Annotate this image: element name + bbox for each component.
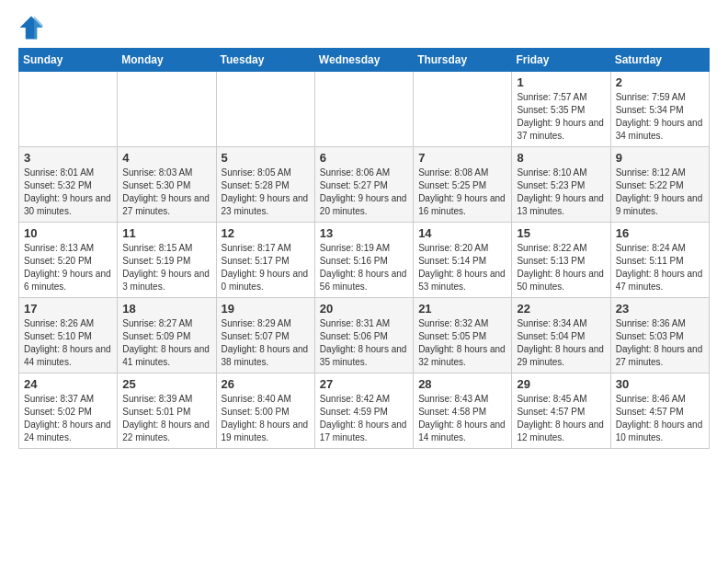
day-number: 30 xyxy=(616,377,704,391)
day-number: 5 xyxy=(222,151,310,165)
day-info: Sunrise: 8:24 AM Sunset: 5:11 PM Dayligh… xyxy=(616,242,704,293)
day-number: 26 xyxy=(222,377,310,391)
day-cell: 10Sunrise: 8:13 AM Sunset: 5:20 PM Dayli… xyxy=(19,223,118,298)
day-number: 7 xyxy=(418,151,506,165)
day-cell: 27Sunrise: 8:42 AM Sunset: 4:59 PM Dayli… xyxy=(314,373,413,449)
day-cell xyxy=(216,72,314,147)
svg-marker-1 xyxy=(34,17,42,40)
day-cell: 26Sunrise: 8:40 AM Sunset: 5:00 PM Dayli… xyxy=(216,373,314,449)
day-number: 14 xyxy=(418,226,506,240)
header-row xyxy=(18,15,710,40)
day-info: Sunrise: 8:37 AM Sunset: 5:02 PM Dayligh… xyxy=(24,393,112,444)
day-cell: 25Sunrise: 8:39 AM Sunset: 5:01 PM Dayli… xyxy=(118,373,216,449)
day-number: 8 xyxy=(517,151,605,165)
day-number: 24 xyxy=(24,377,112,391)
day-number: 18 xyxy=(122,302,210,316)
day-number: 3 xyxy=(24,151,112,165)
day-cell: 13Sunrise: 8:19 AM Sunset: 5:16 PM Dayli… xyxy=(314,223,413,298)
day-number: 16 xyxy=(616,226,704,240)
day-cell: 16Sunrise: 8:24 AM Sunset: 5:11 PM Dayli… xyxy=(610,223,709,298)
day-cell: 4Sunrise: 8:03 AM Sunset: 5:30 PM Daylig… xyxy=(118,147,216,223)
day-cell: 24Sunrise: 8:37 AM Sunset: 5:02 PM Dayli… xyxy=(19,373,118,449)
weekday-header-saturday: Saturday xyxy=(610,49,709,72)
day-cell: 21Sunrise: 8:32 AM Sunset: 5:05 PM Dayli… xyxy=(414,298,512,373)
weekday-header-tuesday: Tuesday xyxy=(216,49,314,72)
day-info: Sunrise: 8:17 AM Sunset: 5:17 PM Dayligh… xyxy=(222,242,310,293)
day-number: 28 xyxy=(418,377,506,391)
day-cell: 7Sunrise: 8:08 AM Sunset: 5:25 PM Daylig… xyxy=(414,147,512,223)
day-cell: 15Sunrise: 8:22 AM Sunset: 5:13 PM Dayli… xyxy=(512,223,610,298)
day-number: 2 xyxy=(616,75,704,89)
page: SundayMondayTuesdayWednesdayThursdayFrid… xyxy=(0,0,728,458)
day-info: Sunrise: 8:39 AM Sunset: 5:01 PM Dayligh… xyxy=(122,393,210,444)
day-cell: 9Sunrise: 8:12 AM Sunset: 5:22 PM Daylig… xyxy=(610,147,709,223)
week-row-3: 10Sunrise: 8:13 AM Sunset: 5:20 PM Dayli… xyxy=(19,223,710,298)
day-cell: 3Sunrise: 8:01 AM Sunset: 5:32 PM Daylig… xyxy=(19,147,118,223)
day-number: 23 xyxy=(616,302,704,316)
weekday-header-thursday: Thursday xyxy=(414,49,512,72)
day-info: Sunrise: 7:57 AM Sunset: 5:35 PM Dayligh… xyxy=(517,91,605,143)
day-cell xyxy=(314,72,413,147)
weekday-header-sunday: Sunday xyxy=(19,49,118,72)
logo-icon xyxy=(18,15,44,40)
day-cell xyxy=(19,72,118,147)
day-info: Sunrise: 8:13 AM Sunset: 5:20 PM Dayligh… xyxy=(24,242,112,293)
day-info: Sunrise: 8:34 AM Sunset: 5:04 PM Dayligh… xyxy=(517,317,605,369)
day-info: Sunrise: 8:45 AM Sunset: 4:57 PM Dayligh… xyxy=(517,393,605,444)
week-row-5: 24Sunrise: 8:37 AM Sunset: 5:02 PM Dayli… xyxy=(19,373,710,449)
day-info: Sunrise: 8:29 AM Sunset: 5:07 PM Dayligh… xyxy=(222,317,310,369)
day-cell: 2Sunrise: 7:59 AM Sunset: 5:34 PM Daylig… xyxy=(610,72,709,147)
day-number: 17 xyxy=(24,302,112,316)
day-number: 29 xyxy=(517,377,605,391)
day-number: 19 xyxy=(222,302,310,316)
day-info: Sunrise: 8:19 AM Sunset: 5:16 PM Dayligh… xyxy=(320,242,408,293)
day-number: 27 xyxy=(320,377,408,391)
day-number: 9 xyxy=(616,151,704,165)
day-cell: 6Sunrise: 8:06 AM Sunset: 5:27 PM Daylig… xyxy=(314,147,413,223)
week-row-4: 17Sunrise: 8:26 AM Sunset: 5:10 PM Dayli… xyxy=(19,298,710,373)
day-number: 11 xyxy=(122,226,210,240)
day-cell: 19Sunrise: 8:29 AM Sunset: 5:07 PM Dayli… xyxy=(216,298,314,373)
day-cell: 1Sunrise: 7:57 AM Sunset: 5:35 PM Daylig… xyxy=(512,72,610,147)
day-number: 21 xyxy=(418,302,506,316)
day-cell: 11Sunrise: 8:15 AM Sunset: 5:19 PM Dayli… xyxy=(118,223,216,298)
week-row-1: 1Sunrise: 7:57 AM Sunset: 5:35 PM Daylig… xyxy=(19,72,710,147)
day-info: Sunrise: 8:10 AM Sunset: 5:23 PM Dayligh… xyxy=(517,167,605,218)
day-info: Sunrise: 8:31 AM Sunset: 5:06 PM Dayligh… xyxy=(320,317,408,369)
day-info: Sunrise: 8:03 AM Sunset: 5:30 PM Dayligh… xyxy=(122,167,210,218)
day-number: 13 xyxy=(320,226,408,240)
day-cell: 12Sunrise: 8:17 AM Sunset: 5:17 PM Dayli… xyxy=(216,223,314,298)
day-info: Sunrise: 8:08 AM Sunset: 5:25 PM Dayligh… xyxy=(418,167,506,218)
day-cell: 29Sunrise: 8:45 AM Sunset: 4:57 PM Dayli… xyxy=(512,373,610,449)
day-number: 22 xyxy=(517,302,605,316)
day-cell: 30Sunrise: 8:46 AM Sunset: 4:57 PM Dayli… xyxy=(610,373,709,449)
day-number: 4 xyxy=(122,151,210,165)
logo xyxy=(18,15,48,40)
day-info: Sunrise: 7:59 AM Sunset: 5:34 PM Dayligh… xyxy=(616,91,704,143)
day-cell xyxy=(414,72,512,147)
day-info: Sunrise: 8:26 AM Sunset: 5:10 PM Dayligh… xyxy=(24,317,112,369)
day-cell: 17Sunrise: 8:26 AM Sunset: 5:10 PM Dayli… xyxy=(19,298,118,373)
day-cell: 22Sunrise: 8:34 AM Sunset: 5:04 PM Dayli… xyxy=(512,298,610,373)
day-number: 15 xyxy=(517,226,605,240)
day-info: Sunrise: 8:46 AM Sunset: 4:57 PM Dayligh… xyxy=(616,393,704,444)
weekday-header-friday: Friday xyxy=(512,49,610,72)
day-info: Sunrise: 8:32 AM Sunset: 5:05 PM Dayligh… xyxy=(418,317,506,369)
weekday-header-wednesday: Wednesday xyxy=(314,49,413,72)
day-cell xyxy=(118,72,216,147)
day-info: Sunrise: 8:40 AM Sunset: 5:00 PM Dayligh… xyxy=(222,393,310,444)
day-info: Sunrise: 8:27 AM Sunset: 5:09 PM Dayligh… xyxy=(122,317,210,369)
week-row-2: 3Sunrise: 8:01 AM Sunset: 5:32 PM Daylig… xyxy=(19,147,710,223)
weekday-header-row: SundayMondayTuesdayWednesdayThursdayFrid… xyxy=(19,49,710,72)
day-cell: 20Sunrise: 8:31 AM Sunset: 5:06 PM Dayli… xyxy=(314,298,413,373)
day-cell: 8Sunrise: 8:10 AM Sunset: 5:23 PM Daylig… xyxy=(512,147,610,223)
day-info: Sunrise: 8:36 AM Sunset: 5:03 PM Dayligh… xyxy=(616,317,704,369)
day-cell: 23Sunrise: 8:36 AM Sunset: 5:03 PM Dayli… xyxy=(610,298,709,373)
calendar-table: SundayMondayTuesdayWednesdayThursdayFrid… xyxy=(18,48,710,449)
day-number: 20 xyxy=(320,302,408,316)
day-info: Sunrise: 8:12 AM Sunset: 5:22 PM Dayligh… xyxy=(616,167,704,218)
day-number: 10 xyxy=(24,226,112,240)
weekday-header-monday: Monday xyxy=(118,49,216,72)
day-info: Sunrise: 8:01 AM Sunset: 5:32 PM Dayligh… xyxy=(24,167,112,218)
day-info: Sunrise: 8:06 AM Sunset: 5:27 PM Dayligh… xyxy=(320,167,408,218)
